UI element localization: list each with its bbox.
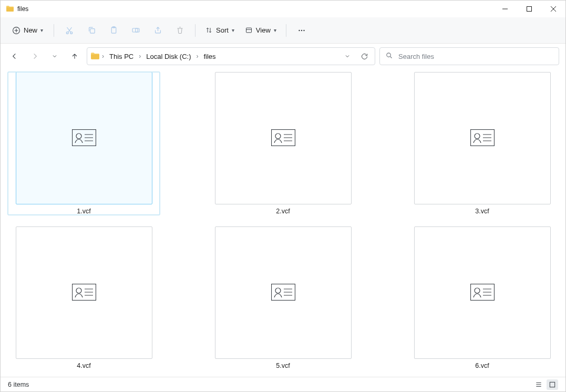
titlebar: files xyxy=(1,1,565,17)
svg-point-25 xyxy=(475,288,480,293)
file-name: 4.vcf xyxy=(77,362,90,369)
breadcrumb-segment[interactable]: Local Disk (C:) xyxy=(143,51,194,62)
file-name: 2.vcf xyxy=(276,208,290,215)
svg-point-19 xyxy=(475,133,480,139)
address-dropdown-button[interactable] xyxy=(340,49,355,64)
file-name: 3.vcf xyxy=(475,208,489,215)
back-button[interactable] xyxy=(7,48,23,64)
chevron-right-icon: › xyxy=(196,53,198,60)
svg-point-17 xyxy=(275,133,281,139)
vcard-icon xyxy=(470,284,495,302)
view-button[interactable]: View ▾ xyxy=(241,23,281,37)
search-icon xyxy=(385,51,393,61)
cut-button[interactable] xyxy=(59,21,79,40)
file-item[interactable]: 4.vcf xyxy=(8,226,160,369)
svg-point-3 xyxy=(70,32,73,34)
svg-point-2 xyxy=(66,32,68,34)
file-thumbnail xyxy=(414,72,551,204)
svg-rect-8 xyxy=(135,28,139,32)
chevron-right-icon: › xyxy=(139,53,141,60)
svg-point-12 xyxy=(303,29,304,30)
svg-point-10 xyxy=(299,29,300,30)
file-name: 1.vcf xyxy=(77,208,90,215)
svg-rect-9 xyxy=(246,28,251,33)
folder-icon xyxy=(6,5,14,13)
file-thumbnail xyxy=(414,226,551,359)
status-bar: 6 items xyxy=(1,377,565,391)
vcard-icon xyxy=(271,129,295,148)
svg-rect-7 xyxy=(132,28,138,32)
close-button[interactable] xyxy=(541,1,565,17)
toolbar: New ▾ Sort ▾ View ▾ xyxy=(1,17,565,44)
delete-button[interactable] xyxy=(170,21,190,40)
share-button[interactable] xyxy=(148,21,168,40)
sort-button[interactable]: Sort ▾ xyxy=(201,23,239,37)
details-view-button[interactable] xyxy=(533,379,544,390)
search-input[interactable] xyxy=(398,53,553,60)
breadcrumb-segment[interactable]: This PC xyxy=(106,51,137,62)
svg-point-11 xyxy=(301,29,302,30)
file-name: 5.vcf xyxy=(276,362,290,369)
maximize-button[interactable] xyxy=(517,1,541,17)
file-thumbnail xyxy=(16,226,152,359)
file-thumbnail xyxy=(16,72,152,204)
svg-rect-26 xyxy=(550,382,554,387)
chevron-down-icon: ▾ xyxy=(274,27,276,33)
address-bar[interactable]: › This PC › Local Disk (C:) › files xyxy=(87,47,375,65)
folder-icon xyxy=(90,51,100,61)
chevron-down-icon: ▾ xyxy=(232,27,234,33)
file-item[interactable]: 6.vcf xyxy=(406,226,558,369)
paste-button[interactable] xyxy=(104,21,124,40)
vcard-icon xyxy=(470,129,495,148)
new-button-label: New xyxy=(24,26,37,34)
minimize-button[interactable] xyxy=(493,1,517,17)
breadcrumb-segment[interactable]: files xyxy=(200,51,219,62)
content-area: 1.vcf 2.vcf 3.vcf 4.vcf xyxy=(1,69,565,377)
rename-button[interactable] xyxy=(126,21,146,40)
vcard-icon xyxy=(72,129,96,148)
chevron-right-icon: › xyxy=(102,53,104,60)
file-item[interactable]: 3.vcf xyxy=(406,72,558,215)
window-title: files xyxy=(17,5,28,13)
svg-point-23 xyxy=(275,288,281,293)
svg-point-13 xyxy=(387,53,391,57)
file-item[interactable]: 1.vcf xyxy=(8,72,160,215)
thumbnails-view-button[interactable] xyxy=(547,379,558,390)
svg-rect-4 xyxy=(90,29,95,34)
nav-row: › This PC › Local Disk (C:) › files xyxy=(1,44,565,69)
file-item[interactable]: 5.vcf xyxy=(207,226,359,369)
file-thumbnail xyxy=(215,226,352,359)
copy-button[interactable] xyxy=(81,21,101,40)
svg-point-21 xyxy=(76,288,81,293)
status-text: 6 items xyxy=(8,381,29,388)
sort-label: Sort xyxy=(216,26,229,34)
new-button[interactable]: New ▾ xyxy=(7,23,48,38)
file-item[interactable]: 2.vcf xyxy=(207,72,359,215)
file-thumbnail xyxy=(215,72,352,204)
recent-locations-button[interactable] xyxy=(47,48,63,64)
more-button[interactable] xyxy=(292,21,312,40)
vcard-icon xyxy=(271,284,295,302)
svg-rect-5 xyxy=(111,27,116,33)
up-button[interactable] xyxy=(67,48,83,64)
svg-point-15 xyxy=(76,133,81,139)
vcard-icon xyxy=(72,284,96,302)
refresh-button[interactable] xyxy=(357,49,372,64)
view-label: View xyxy=(256,26,271,34)
file-name: 6.vcf xyxy=(475,362,489,369)
chevron-down-icon: ▾ xyxy=(40,27,43,33)
search-box[interactable] xyxy=(379,47,559,65)
svg-rect-0 xyxy=(527,7,532,12)
forward-button[interactable] xyxy=(27,48,43,64)
